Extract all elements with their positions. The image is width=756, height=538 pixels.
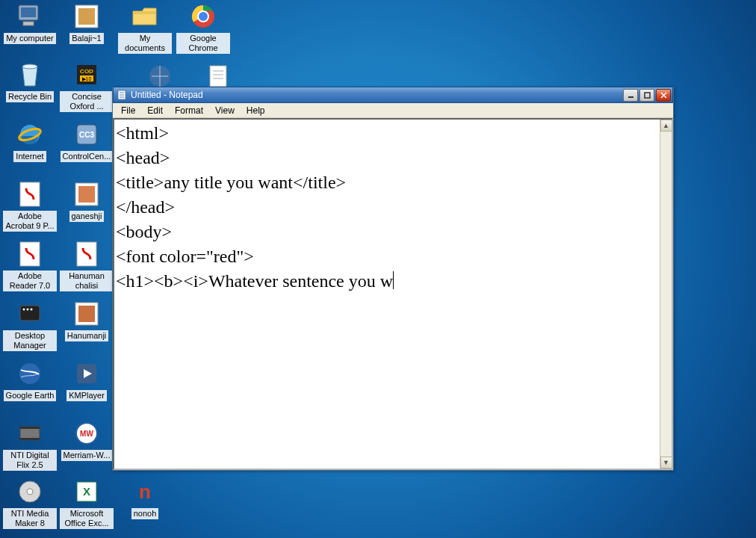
icon-label: nonoh [131, 508, 159, 519]
svg-text:X: X [83, 485, 90, 498]
pdf-icon [15, 239, 45, 269]
svg-point-36 [27, 489, 33, 495]
svg-text:MW: MW [80, 430, 93, 438]
media-icon [15, 418, 45, 448]
svg-point-6 [198, 11, 208, 22]
icon-label: Microsoft Office Exc... [60, 508, 114, 529]
editor-text[interactable]: <html> <head> <title>any title you want<… [114, 120, 660, 469]
icon-label: Merriam-W... [61, 450, 113, 461]
svg-text:▶10: ▶10 [82, 76, 92, 81]
ie-icon [15, 120, 45, 149]
desktop-icon-hanumanji[interactable]: Hanumanji [60, 299, 114, 341]
svg-rect-4 [78, 8, 95, 25]
desktop-icon-excel[interactable]: X Microsoft Office Exc... [60, 477, 114, 529]
excel-icon: X [72, 477, 102, 507]
app-icon: n [130, 477, 160, 507]
svg-rect-50 [645, 93, 650, 98]
app-icon: CC3 [72, 120, 102, 149]
svg-rect-2 [23, 22, 34, 25]
pdf-icon [15, 179, 45, 209]
menu-help[interactable]: Help [241, 104, 270, 117]
desktop-icon-my-computer[interactable]: My computer [3, 1, 57, 44]
icon-label: My documents [118, 33, 172, 54]
editor-area[interactable]: <html> <head> <title>any title you want<… [113, 118, 673, 470]
maximize-button[interactable] [639, 89, 654, 102]
icon-label: Google Chrome [176, 33, 230, 54]
desktop-icon-my-documents[interactable]: My documents [118, 1, 172, 54]
desktop-icon-internet[interactable]: Internet [3, 120, 57, 162]
icon-label: Hanuman chalisi [60, 270, 114, 291]
desktop-icon-recycle-bin[interactable]: Recycle Bin [3, 60, 57, 102]
icon-label: Desktop Manager [3, 330, 57, 351]
icon-label: ControlCen... [61, 151, 114, 162]
dictionary-icon: MW [72, 418, 102, 448]
icon-label: NTI Media Maker 8 [3, 508, 57, 529]
desktop-icon-concise-oxford[interactable]: COD▶10 Concise Oxford ... [60, 60, 114, 112]
desktop-icon-nti-flix[interactable]: NTI Digital Flix 2.5 [3, 418, 57, 471]
svg-text:CC3: CC3 [79, 131, 94, 139]
icon-label: Internet [13, 151, 46, 162]
icon-label: ganeshji [69, 211, 105, 222]
image-icon [72, 179, 102, 209]
menu-view[interactable]: View [210, 104, 240, 117]
titlebar[interactable]: Untitled - Notepad [113, 87, 673, 103]
icon-label: KMPlayer [66, 390, 107, 401]
desktop-icon-ganeshji[interactable]: ganeshji [60, 179, 114, 222]
desktop-icon-merriam[interactable]: MW Merriam-W... [60, 418, 114, 461]
window-title: Untitled - Notepad [131, 90, 623, 100]
pdf-icon [72, 239, 102, 269]
icon-label: Balaji~1 [69, 33, 103, 44]
svg-rect-1 [21, 7, 36, 17]
desktop-icon-adobe-reader[interactable]: Adobe Reader 7.0 [3, 239, 57, 291]
svg-rect-26 [78, 306, 95, 322]
recycle-bin-icon [15, 60, 45, 90]
icon-label: Adobe Acrobat 9 P... [3, 211, 57, 232]
desktop-icon-hanuman-chalisi[interactable]: Hanuman chalisi [60, 239, 114, 291]
menu-file[interactable]: File [116, 104, 140, 117]
image-icon [72, 299, 102, 329]
vertical-scrollbar[interactable]: ▲ ▼ [660, 120, 672, 469]
icon-label: Google Earth [4, 390, 57, 401]
desktop-icon-chrome[interactable]: Google Chrome [176, 1, 230, 54]
app-icon [15, 299, 45, 329]
scroll-down-button[interactable]: ▼ [660, 457, 672, 469]
disc-icon [15, 477, 45, 507]
folder-icon [130, 1, 160, 31]
svg-point-23 [27, 309, 29, 311]
desktop-icon-controlcen[interactable]: CC3 ControlCen... [60, 120, 114, 162]
desktop-icon-balaji[interactable]: Balaji~1 [60, 1, 114, 44]
svg-rect-18 [78, 186, 95, 202]
media-icon [72, 359, 102, 389]
close-button[interactable] [656, 89, 671, 102]
menu-format[interactable]: Format [170, 104, 208, 117]
icon-label: NTI Digital Flix 2.5 [3, 450, 57, 471]
desktop-icon-nti-media[interactable]: NTI Media Maker 8 [3, 477, 57, 529]
desktop-icon-acrobat[interactable]: Adobe Acrobat 9 P... [3, 179, 57, 232]
icon-label: Adobe Reader 7.0 [3, 270, 57, 291]
desktop-icon-kmplayer[interactable]: KMPlayer [60, 359, 114, 401]
icon-label: My computer [4, 33, 56, 44]
svg-rect-41 [210, 66, 226, 87]
menu-edit[interactable]: Edit [142, 104, 168, 117]
notepad-icon [117, 90, 128, 101]
dictionary-icon: COD▶10 [72, 60, 102, 90]
svg-rect-21 [20, 306, 40, 321]
desktop-icon-desktop-manager[interactable]: Desktop Manager [3, 299, 57, 351]
minimize-button[interactable] [623, 89, 638, 102]
menubar: File Edit Format View Help [113, 103, 673, 118]
svg-text:n: n [139, 480, 151, 503]
icon-label: Concise Oxford ... [60, 91, 114, 112]
icon-label: Hanumanji [65, 330, 109, 341]
globe-icon [15, 359, 45, 389]
notepad-window: Untitled - Notepad File Edit Format View… [112, 87, 674, 471]
icon-label: Recycle Bin [6, 91, 54, 102]
scroll-up-button[interactable]: ▲ [660, 120, 672, 132]
svg-point-7 [22, 64, 37, 69]
chrome-icon [188, 1, 218, 31]
computer-icon [15, 1, 45, 31]
desktop-icon-google-earth[interactable]: Google Earth [3, 359, 57, 401]
image-icon [72, 1, 102, 31]
svg-point-22 [23, 309, 25, 311]
desktop-icon-nonoh[interactable]: n nonoh [118, 477, 172, 519]
svg-text:COD: COD [80, 68, 93, 75]
